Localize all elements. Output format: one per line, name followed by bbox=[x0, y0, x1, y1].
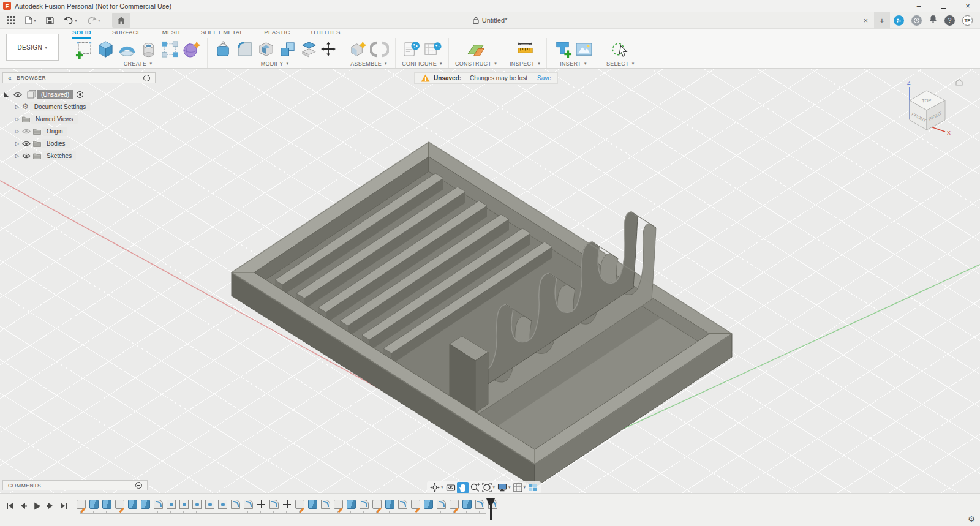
timeline-feature-sketch[interactable] bbox=[77, 500, 86, 509]
shell-icon[interactable] bbox=[257, 40, 276, 59]
timeline-feature-extrude[interactable] bbox=[385, 500, 394, 509]
timeline-feature-extrude[interactable] bbox=[308, 500, 317, 509]
move-copy-icon[interactable] bbox=[321, 42, 336, 56]
timeline-feature-fillet[interactable] bbox=[321, 500, 330, 509]
measure-icon[interactable] bbox=[516, 40, 535, 59]
press-pull-icon[interactable] bbox=[214, 40, 233, 59]
view-cube[interactable]: Z X TOP FRONT RIGHT bbox=[891, 73, 971, 141]
browser-item-root[interactable]: (Unsaved) bbox=[2, 88, 156, 100]
split-body-icon[interactable] bbox=[300, 40, 318, 59]
pan-icon[interactable] bbox=[457, 482, 469, 494]
timeline-feature-extrude[interactable] bbox=[462, 500, 472, 509]
timeline-feature-move[interactable] bbox=[257, 500, 266, 509]
hole-icon[interactable] bbox=[139, 40, 158, 59]
look-at-icon[interactable] bbox=[445, 482, 457, 494]
extensions-icon[interactable] bbox=[894, 15, 904, 26]
timeline-feature-fillet[interactable] bbox=[437, 500, 446, 509]
visibility-eye-icon[interactable] bbox=[22, 153, 31, 159]
tab-surface[interactable]: SURFACE bbox=[112, 29, 141, 39]
viewcube-top-face[interactable]: TOP bbox=[922, 98, 932, 104]
timeline-feature-fillet[interactable] bbox=[154, 500, 163, 509]
timeline-feature-hole[interactable] bbox=[167, 500, 176, 509]
home-view-icon[interactable] bbox=[956, 80, 962, 86]
timeline-feature-sketch[interactable] bbox=[115, 500, 124, 509]
construction-plane-icon[interactable] bbox=[467, 40, 486, 59]
tab-plastic[interactable]: PLASTIC bbox=[264, 29, 290, 39]
timeline-feature-fillet[interactable] bbox=[270, 500, 279, 509]
item-label[interactable]: Sketches bbox=[42, 151, 76, 160]
item-label[interactable]: Document Settings bbox=[30, 102, 91, 111]
tab-mesh[interactable]: MESH bbox=[162, 29, 180, 39]
visibility-eye-icon[interactable] bbox=[22, 141, 31, 146]
maximize-button[interactable] bbox=[931, 0, 956, 12]
new-file-icon[interactable]: ▾ bbox=[22, 13, 39, 28]
timeline-feature-extrude[interactable] bbox=[347, 500, 356, 509]
timeline-feature-extrude[interactable] bbox=[424, 500, 433, 509]
timeline-feature-extrude[interactable] bbox=[141, 500, 150, 509]
comments-panel[interactable]: COMMENTS bbox=[2, 480, 148, 490]
timeline-feature-extrude[interactable] bbox=[102, 500, 111, 509]
create-sketch-icon[interactable] bbox=[75, 40, 94, 59]
select-icon[interactable] bbox=[611, 40, 630, 59]
collapse-circle-icon[interactable] bbox=[143, 75, 150, 81]
help-icon[interactable]: ? bbox=[944, 15, 955, 26]
notifications-bell-icon[interactable] bbox=[929, 15, 937, 26]
grid-snaps-icon[interactable] bbox=[512, 482, 524, 494]
visibility-eye-off-icon[interactable] bbox=[22, 129, 31, 134]
fit-icon[interactable] bbox=[481, 482, 493, 494]
visibility-eye-icon[interactable] bbox=[13, 92, 22, 97]
collapse-circle-icon[interactable] bbox=[135, 482, 142, 489]
timeline-feature-fillet[interactable] bbox=[231, 500, 240, 509]
pattern-icon[interactable] bbox=[160, 40, 179, 59]
expand-closed-icon[interactable]: ▷ bbox=[13, 104, 21, 110]
step-forward-button[interactable] bbox=[45, 501, 55, 511]
root-component-label[interactable]: (Unsaved) bbox=[37, 90, 74, 99]
collapse-panel-icon[interactable]: « bbox=[8, 75, 12, 81]
design-workspace-menu[interactable]: DESIGN ▾ bbox=[6, 34, 59, 61]
timeline-feature-sketch[interactable] bbox=[334, 500, 343, 509]
extrude-icon[interactable] bbox=[96, 40, 115, 59]
app-grid-icon[interactable] bbox=[4, 13, 18, 28]
display-settings-icon[interactable] bbox=[496, 482, 508, 494]
item-label[interactable]: Bodies bbox=[42, 139, 70, 148]
save-link[interactable]: Save bbox=[537, 75, 551, 81]
browser-item-named-views[interactable]: ▷ Named Views bbox=[13, 113, 156, 125]
timeline-feature-hole[interactable] bbox=[218, 500, 227, 509]
step-back-button[interactable] bbox=[18, 501, 28, 511]
expand-closed-icon[interactable]: ▷ bbox=[13, 153, 21, 159]
insert-derive-icon[interactable] bbox=[553, 40, 572, 59]
timeline-position-marker[interactable] bbox=[486, 498, 495, 522]
timeline-feature-hole[interactable] bbox=[205, 500, 214, 509]
play-button[interactable] bbox=[32, 501, 42, 511]
browser-item-document-settings[interactable]: ▷ ⚙ Document Settings bbox=[13, 100, 156, 113]
chevron-down-icon[interactable]: ▾ bbox=[441, 485, 443, 490]
close-button[interactable]: × bbox=[956, 0, 980, 12]
item-label[interactable]: Origin bbox=[42, 127, 67, 136]
timeline-feature-sketch[interactable] bbox=[450, 500, 459, 509]
select-group-label[interactable]: SELECT▾ bbox=[606, 61, 635, 67]
expand-closed-icon[interactable]: ▷ bbox=[13, 116, 21, 122]
timeline-feature-fillet[interactable] bbox=[244, 500, 253, 509]
timeline-feature-fillet[interactable] bbox=[475, 500, 484, 509]
timeline-feature-fillet[interactable] bbox=[398, 500, 407, 509]
redo-icon[interactable]: ▾ bbox=[84, 13, 104, 28]
timeline-feature-hole[interactable] bbox=[192, 500, 202, 509]
browser-item-origin[interactable]: ▷ Origin bbox=[13, 125, 156, 137]
expand-open-icon[interactable] bbox=[4, 92, 9, 97]
go-to-end-button[interactable] bbox=[59, 501, 69, 511]
assemble-group-label[interactable]: ASSEMBLE▾ bbox=[350, 61, 387, 67]
fillet-icon[interactable] bbox=[235, 40, 254, 59]
joint-icon[interactable] bbox=[370, 40, 389, 59]
configuration-table-icon[interactable] bbox=[423, 40, 442, 59]
revolve-icon[interactable] bbox=[118, 40, 137, 59]
tab-sheet-metal[interactable]: SHEET METAL bbox=[201, 29, 244, 39]
timeline-feature-fillet[interactable] bbox=[360, 500, 369, 509]
timeline-feature-extrude[interactable] bbox=[128, 500, 137, 509]
activate-radio-icon[interactable] bbox=[77, 91, 83, 98]
timeline-feature-move[interactable] bbox=[282, 500, 292, 509]
profile-avatar[interactable]: TP bbox=[962, 15, 973, 26]
job-status-icon[interactable] bbox=[911, 15, 922, 26]
timeline-settings-gear-icon[interactable]: ⚙ bbox=[968, 514, 975, 524]
timeline-feature-hole[interactable] bbox=[179, 500, 189, 509]
chevron-down-icon[interactable]: ▾ bbox=[493, 485, 496, 490]
